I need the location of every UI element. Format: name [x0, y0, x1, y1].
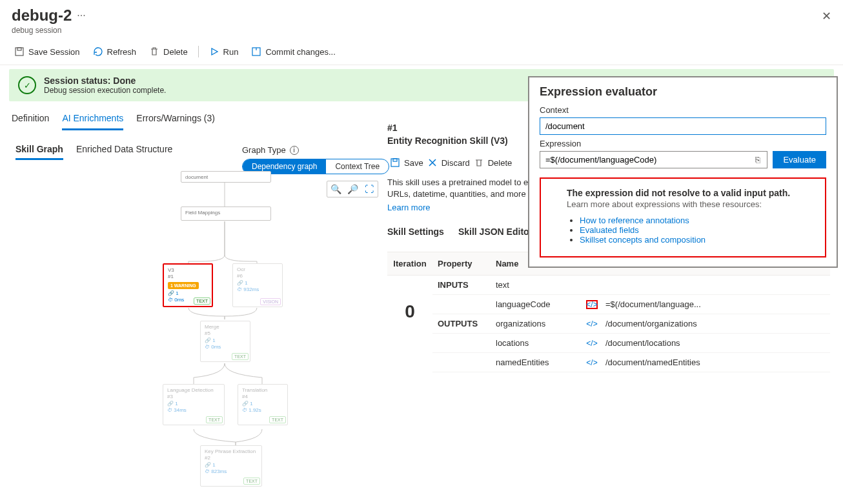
skill-discard-button[interactable]: Discard	[427, 157, 470, 168]
play-icon	[209, 46, 219, 57]
save-session-button[interactable]: Save Session	[9, 44, 85, 59]
tab-ai-enrichments[interactable]: AI Enrichments	[62, 108, 123, 130]
row-organizations: OUTPUTS organizations </> /document/orga…	[432, 314, 830, 334]
close-icon[interactable]: ✕	[822, 9, 831, 23]
svg-rect-3	[391, 159, 399, 166]
tab-errors[interactable]: Errors/Warnings (3)	[136, 108, 215, 130]
evaluator-error-box: The expression did not resolve to a vali…	[540, 177, 826, 257]
page-subtitle: debug session	[12, 26, 831, 35]
skill-delete-button[interactable]: Delete	[474, 157, 513, 168]
info-icon[interactable]: i	[290, 146, 299, 155]
graph-connectors	[161, 171, 381, 504]
row-language-code: languageCode </> =$(/document/language..…	[432, 295, 830, 314]
execution-grid: Iteration Property Name 0 INPUTS text la…	[387, 252, 830, 372]
node-language-detection[interactable]: Language Detection#3 🔗 1 ⏱ 34ms TEXT	[163, 384, 225, 425]
node-ocr[interactable]: Ocr#6 🔗 1 ⏱ 932ms VISION	[232, 263, 283, 307]
evaluator-title: Expression evaluator	[540, 85, 826, 99]
save-icon	[390, 157, 400, 168]
node-merge[interactable]: Merge#5 🔗 1 ⏱ 0ms TEXT	[200, 321, 250, 362]
copy-icon[interactable]: ⎘	[749, 155, 767, 165]
code-icon[interactable]: </>	[586, 300, 598, 309]
node-translation[interactable]: Translation#4 🔗 1 ⏱ 1.92s TEXT	[238, 384, 288, 425]
status-subtitle: Debug session execution complete.	[44, 86, 166, 95]
tab-definition[interactable]: Definition	[12, 108, 49, 130]
row-named-entities: namedEntities </> /document/namedEntitie…	[432, 353, 830, 372]
expression-evaluator-panel: Expression evaluator Context Expression …	[528, 76, 838, 268]
node-field-mappings[interactable]: Field Mappings	[181, 207, 271, 221]
tab-skill-json[interactable]: Skill JSON Editor	[458, 223, 533, 243]
page-title: debug-2	[12, 6, 72, 25]
link-reference-annotations[interactable]: How to reference annotations	[580, 216, 689, 225]
svg-rect-4	[393, 159, 397, 161]
row-text: INPUTS text	[432, 276, 830, 295]
commit-button[interactable]: Commit changes...	[246, 44, 340, 59]
evaluate-button[interactable]: Evaluate	[773, 151, 826, 168]
node-key-phrase[interactable]: Key Phrase Extraction#2 🔗 1 ⏱ 823ms TEXT	[200, 445, 262, 487]
svg-rect-0	[15, 48, 23, 55]
toolbar: Save Session Refresh Delete Run Commit c…	[0, 37, 843, 65]
node-v3[interactable]: V3#1 1 WARNING 🔗 1 ⏱ 0ms TEXT	[163, 263, 213, 307]
commit-icon	[251, 46, 261, 57]
subtab-skill-graph[interactable]: Skill Graph	[15, 140, 63, 160]
trash-icon	[474, 157, 484, 168]
iteration-value: 0	[387, 276, 432, 372]
code-icon[interactable]: </>	[586, 319, 598, 328]
check-icon: ✓	[18, 76, 36, 94]
subtab-enriched-data[interactable]: Enriched Data Structure	[76, 140, 172, 160]
link-evaluated-fields[interactable]: Evaluated fields	[580, 225, 639, 235]
discard-icon	[427, 157, 438, 168]
skill-graph-canvas: document Field Mappings V3#1 1 WARNING 🔗…	[161, 171, 381, 500]
expression-input[interactable]	[540, 152, 749, 168]
link-skillset-concepts[interactable]: Skillset concepts and composition	[580, 235, 706, 245]
trash-icon	[149, 46, 159, 57]
code-icon[interactable]: </>	[586, 339, 598, 348]
code-icon[interactable]: </>	[586, 358, 598, 367]
refresh-icon	[93, 46, 103, 57]
tab-skill-settings[interactable]: Skill Settings	[387, 223, 444, 243]
row-locations: locations </> /document/locations	[432, 334, 830, 353]
save-icon	[14, 46, 25, 57]
graph-type-control: Graph Typei Dependency graph Context Tre…	[242, 145, 389, 174]
more-icon[interactable]: ···	[77, 10, 85, 21]
refresh-button[interactable]: Refresh	[88, 44, 142, 59]
delete-session-button[interactable]: Delete	[144, 44, 193, 59]
node-document[interactable]: document	[181, 171, 271, 183]
context-input[interactable]	[540, 117, 826, 135]
svg-rect-1	[17, 48, 21, 50]
learn-more-link[interactable]: Learn more	[387, 203, 430, 212]
status-title: Session status: Done	[44, 76, 166, 86]
run-button[interactable]: Run	[204, 44, 244, 59]
skill-save-button[interactable]: Save	[390, 157, 423, 168]
